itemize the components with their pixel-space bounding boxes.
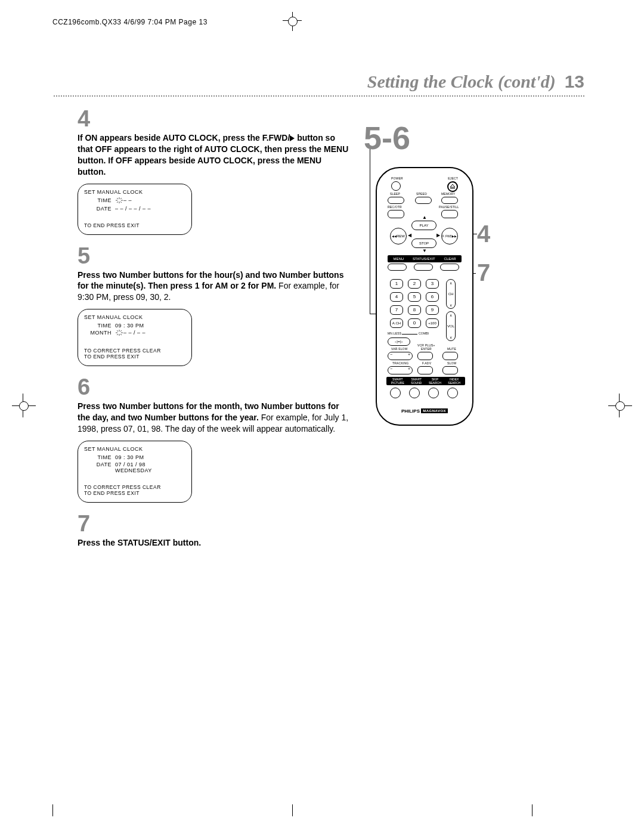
tv4-title: SET MANUAL CLOCK (84, 189, 185, 195)
step-7-number: 7 (78, 512, 352, 535)
speed-label: SPEED (416, 192, 427, 196)
page-number: 13 (565, 72, 584, 91)
tv4-date-lbl: DATE (84, 206, 115, 212)
step-6-text: Press two Number buttons for the month, … (78, 401, 352, 435)
chevron-down-icon: ∨ (450, 335, 452, 339)
indexsearch-button[interactable] (447, 388, 458, 398)
smartsnd-button[interactable] (409, 388, 420, 398)
chevron-up-icon: ∧ (450, 313, 452, 317)
vol-rocker[interactable]: ∧ VOL ∨ (446, 311, 456, 341)
recotr-button[interactable] (388, 210, 404, 218)
pausestill-button[interactable] (441, 210, 458, 218)
step-4-number: 4 (78, 107, 352, 130)
tv6-date-lbl: DATE (84, 462, 115, 473)
rew-label: REW (397, 234, 405, 238)
mnless-button[interactable]: ◁━▷ (388, 337, 410, 346)
num-8[interactable]: 8 (408, 305, 421, 315)
left-arrow-icon: ◀ (408, 233, 411, 238)
num-6[interactable]: 6 (426, 292, 439, 302)
sun-icon (115, 197, 123, 205)
statusexit-label: STATUS/EXIT (413, 257, 435, 261)
svg-marker-16 (450, 184, 455, 187)
down-arrow-icon: ▼ (422, 248, 427, 253)
skipsearch-label: SKIP SEARCH (429, 377, 441, 385)
num-5[interactable]: 5 (408, 292, 421, 302)
speed-button[interactable] (415, 197, 432, 204)
ffwd-label: F. FWD (442, 234, 453, 238)
step-7-text: Press the STATUS/EXIT button. (78, 537, 352, 549)
crop-mark-bottom-left (52, 804, 53, 816)
crop-mark-bottom-center (292, 804, 293, 816)
bottom-labels: SMART PICTURE SMART SOUND SKIP SEARCH IN… (386, 377, 465, 385)
smartpic-label: SMART PICTURE (391, 377, 404, 385)
stop-button[interactable]: STOP (411, 239, 436, 248)
step-4-text: If ON appears beside AUTO CLOCK, press t… (78, 132, 352, 178)
step-5-text: Press two Number buttons for the hour(s)… (78, 270, 352, 304)
play-icon (290, 135, 295, 141)
ach-button[interactable]: A.CH (390, 318, 403, 328)
ffwd-button[interactable]: F. FWD▶▶ (441, 228, 458, 244)
smartpic-button[interactable] (390, 388, 401, 398)
tv-screen-step4: SET MANUAL CLOCK TIME – – DATE – – / – –… (78, 184, 192, 235)
menu-bar: MENU STATUS/EXIT CLEAR (388, 255, 462, 262)
clear-button[interactable] (440, 264, 459, 271)
step-6-number: 6 (78, 376, 352, 398)
num-2[interactable]: 2 (408, 279, 421, 289)
vcrplus-button[interactable] (417, 352, 433, 360)
eject-button[interactable] (447, 181, 458, 192)
recotr-label: REC/OTR (388, 205, 402, 209)
varslow-label: VAR.SLOW (391, 347, 408, 351)
rew-button[interactable]: ◀◀REW (390, 228, 407, 244)
callout-4: 4 (477, 221, 490, 247)
divider (402, 334, 417, 335)
mute-label: MUTE (447, 347, 456, 351)
power-button[interactable] (391, 181, 401, 191)
callout-line (370, 149, 370, 314)
statusexit-button[interactable] (414, 264, 433, 271)
num-9[interactable]: 9 (426, 305, 439, 315)
power-label: POWER (391, 176, 403, 180)
tracking-label: TRACKING (392, 361, 408, 365)
skipsearch-button[interactable] (428, 388, 439, 398)
varslow-button[interactable]: − + (388, 352, 413, 360)
ch-rocker[interactable]: ∧ CH ∨ (446, 279, 456, 309)
sleep-button[interactable] (388, 197, 404, 204)
step-7-bold: Press the STATUS/EXIT button. (78, 538, 201, 547)
up-arrow-icon: ▲ (422, 215, 427, 220)
indexsearch-label: INDEX SEARCH (448, 377, 460, 385)
tv6-time-lbl: TIME (84, 454, 115, 460)
tv5-month-lbl: MONTH (84, 330, 115, 337)
num-1[interactable]: 1 (390, 279, 403, 289)
play-button[interactable]: PLAY (411, 221, 436, 230)
tracking-button[interactable]: − + (388, 366, 413, 374)
brand-magnavox: MAGNAVOX (421, 408, 448, 413)
crop-mark-bottom-right (532, 804, 532, 816)
mute-button[interactable] (442, 352, 458, 360)
memory-label: MEMORY (441, 192, 456, 196)
step-4-bold-1: If ON appears beside AUTO CLOCK, press t… (78, 133, 290, 143)
svg-line-14 (117, 334, 118, 335)
callout-5-6: 5-6 (364, 119, 410, 156)
num-4[interactable]: 4 (390, 292, 403, 302)
num-0[interactable]: 0 (408, 318, 421, 328)
menu-button[interactable] (388, 264, 407, 271)
tv5-time-val: 09 : 30 PM (115, 323, 144, 329)
vol-label: VOL (447, 324, 454, 328)
tv5-bottom1: TO CORRECT PRESS CLEAR (84, 348, 185, 354)
brand-philips: PHILIPS (401, 408, 420, 414)
tv6-date-val: 07 / 01 / 98 (115, 462, 145, 467)
num-7[interactable]: 7 (390, 305, 403, 315)
clear-label: CLEAR (444, 257, 456, 261)
fadv-button[interactable] (417, 366, 433, 374)
num-3[interactable]: 3 (426, 279, 439, 289)
tv6-bottom2: TO END PRESS EXIT (84, 490, 185, 496)
memory-button[interactable] (441, 197, 458, 204)
svg-line-7 (120, 202, 122, 203)
sun-icon (115, 330, 123, 337)
plus100-button[interactable]: +100 (426, 318, 439, 328)
combi-label: COMBI (419, 332, 429, 335)
tv5-time-lbl: TIME (84, 323, 115, 329)
slow-button[interactable] (442, 366, 458, 374)
tv-screen-step6: SET MANUAL CLOCK TIME 09 : 30 PM DATE 07… (78, 441, 192, 503)
svg-line-6 (117, 202, 118, 203)
